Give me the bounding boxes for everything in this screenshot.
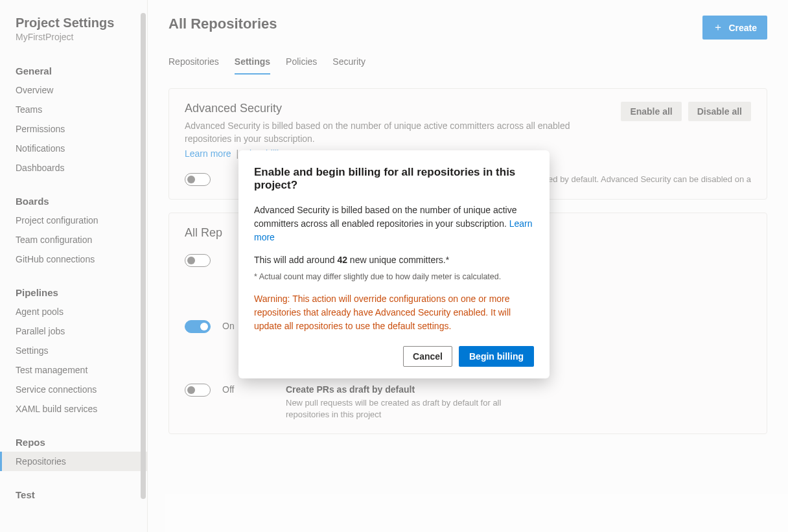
begin-billing-button[interactable]: Begin billing xyxy=(459,346,534,367)
dialog-body-2: This will add around 42 new unique commi… xyxy=(254,253,534,267)
dialog-warning: Warning: This action will override confi… xyxy=(254,292,534,333)
dialog-fine-print: * Actual count may differ slightly due t… xyxy=(254,271,534,283)
dialog-body-1: Advanced Security is billed based on the… xyxy=(254,203,534,244)
modal-overlay[interactable]: Enable and begin billing for all reposit… xyxy=(0,0,788,532)
dialog-title: Enable and begin billing for all reposit… xyxy=(254,166,534,192)
committer-count: 42 xyxy=(337,255,347,265)
cancel-button[interactable]: Cancel xyxy=(403,346,452,367)
billing-dialog: Enable and begin billing for all reposit… xyxy=(238,150,550,378)
